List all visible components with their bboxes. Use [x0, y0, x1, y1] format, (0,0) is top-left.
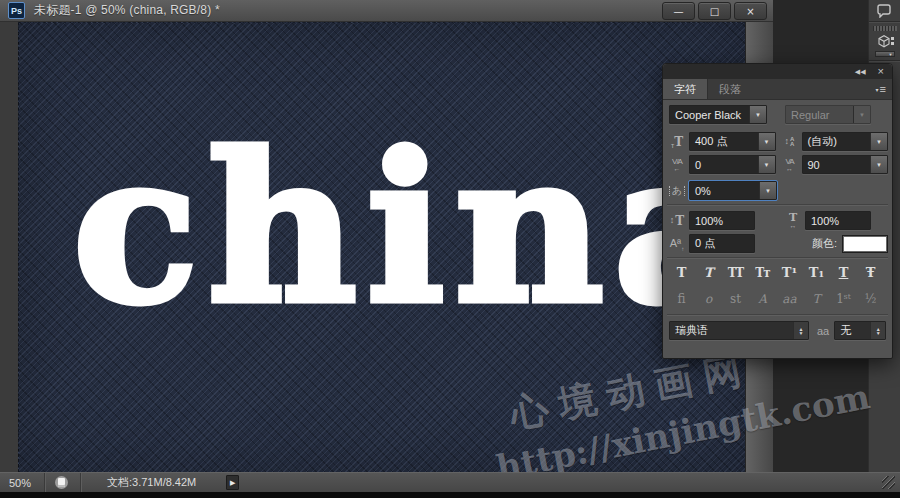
tsume-icon: あ	[667, 182, 687, 200]
panel-menu-icon[interactable]: ▾≡	[876, 79, 885, 99]
leading-icon: ↕ AA	[780, 133, 800, 151]
zoom-level[interactable]: 50%	[0, 477, 44, 489]
menu-arrow-icon: ▾	[876, 86, 879, 93]
tsume-select[interactable]: 0% ▼	[689, 181, 777, 200]
font-size-select[interactable]: 400 点 ▼	[689, 132, 776, 151]
swash-button[interactable]: A	[750, 290, 775, 308]
discretionary-ligatures-button[interactable]: st	[723, 290, 748, 308]
baseline-shift-field[interactable]: 0 点	[689, 234, 755, 253]
text-color-swatch[interactable]	[842, 235, 888, 253]
window-title: 未标题-1 @ 50% (china, RGB/8) *	[34, 2, 220, 19]
vertical-scale-value: 100%	[695, 215, 723, 227]
document-canvas[interactable]: china	[18, 22, 745, 472]
panel-divider	[667, 204, 888, 206]
panel-divider	[667, 314, 888, 316]
document-status-icon[interactable]	[55, 476, 68, 489]
antialias-select[interactable]: 无 ▲▼	[834, 321, 886, 340]
kerning-icon: V/A←	[667, 156, 687, 174]
tab-paragraph[interactable]: 段落	[708, 79, 752, 99]
dock-divider	[869, 60, 900, 61]
strikethrough-button[interactable]: Ŧ	[858, 264, 883, 282]
photoshop-logo-icon: Ps	[8, 2, 25, 19]
baseline-shift-value: 0 点	[695, 236, 715, 251]
kerning-select[interactable]: 0 ▼	[689, 155, 776, 174]
properties-panel-icon[interactable]	[877, 3, 893, 18]
panel-body: Cooper Black ▼ Regular ▼ ᴛT 400 点 ▼	[663, 100, 892, 348]
titling-alternates-button[interactable]: T	[804, 290, 829, 308]
chevron-down-icon[interactable]: ▼	[870, 156, 887, 173]
tsume-value: 0%	[690, 182, 759, 199]
opentype-buttons-row: fi o st A aa T 1ˢᵗ ½	[667, 290, 888, 308]
font-size-value: 400 点	[690, 133, 758, 150]
dock-mini-dropdown[interactable]: ▼	[875, 51, 895, 57]
chevron-down-icon[interactable]: ▼	[749, 106, 766, 123]
maximize-button[interactable]: □	[698, 2, 731, 20]
window-controls: — □ ×	[662, 2, 767, 20]
font-size-icon: ᴛT	[667, 133, 687, 151]
close-panel-icon[interactable]: ×	[878, 66, 884, 77]
close-button[interactable]: ×	[734, 2, 767, 20]
language-value: 瑞典语	[670, 322, 793, 339]
kerning-value: 0	[690, 156, 758, 173]
panel-header: ◀◀ ×	[663, 64, 892, 79]
leading-value: (自动)	[803, 133, 871, 150]
superscript-button[interactable]: T¹	[777, 264, 802, 282]
faux-italic-button[interactable]: T	[696, 264, 721, 282]
tab-character[interactable]: 字符	[663, 79, 708, 99]
bottom-edge	[0, 492, 900, 498]
baseline-shift-icon: Aª↑	[667, 235, 687, 253]
horizontal-scale-value: 100%	[811, 215, 839, 227]
chevron-down-icon[interactable]: ▼	[758, 133, 775, 150]
chevron-down-icon: ▼	[853, 106, 870, 123]
contextual-alternates-button[interactable]: o	[696, 290, 721, 308]
font-style-value: Regular	[786, 106, 853, 123]
small-caps-button[interactable]: Tᴛ	[750, 264, 775, 282]
chevron-down-icon[interactable]: ▼	[870, 133, 887, 150]
color-label: 颜色:	[812, 236, 837, 251]
workspace-gutter	[0, 22, 18, 472]
font-family-value: Cooper Black	[670, 106, 749, 123]
resize-grip[interactable]	[882, 476, 895, 489]
tracking-icon: VA↔	[780, 156, 800, 174]
font-style-select: Regular ▼	[785, 105, 871, 124]
faux-bold-button[interactable]: T	[669, 264, 694, 282]
canvas-text-layer[interactable]: china	[73, 121, 745, 336]
dock-drag-handle[interactable]	[873, 26, 897, 31]
chevron-down-icon[interactable]: ▼	[758, 156, 775, 173]
antialias-value: 无	[835, 322, 870, 339]
vertical-scale-icon: ↕T	[667, 212, 687, 230]
horizontal-scale-field[interactable]: 100%	[805, 211, 871, 230]
3d-panel-icon[interactable]	[875, 34, 895, 49]
chevron-down-icon[interactable]: ▼	[759, 182, 776, 199]
spinner-arrows-icon[interactable]: ▲▼	[793, 322, 808, 339]
vertical-scale-field[interactable]: 100%	[689, 211, 755, 230]
horizontal-scale-icon: T↔	[783, 212, 803, 230]
antialias-icon: aa	[817, 325, 829, 337]
leading-select[interactable]: (自动) ▼	[802, 132, 889, 151]
language-select[interactable]: 瑞典语 ▲▼	[669, 321, 809, 340]
all-caps-button[interactable]: TT	[723, 264, 748, 282]
tracking-select[interactable]: 90 ▼	[802, 155, 889, 174]
document-size: 文档:3.71M/8.42M	[107, 475, 196, 490]
ordinals-button[interactable]: 1ˢᵗ	[831, 290, 856, 308]
statusbar-divider	[80, 473, 81, 493]
window-titlebar[interactable]: Ps 未标题-1 @ 50% (china, RGB/8) * — □ ×	[0, 0, 773, 22]
status-expand-button[interactable]: ▶	[226, 475, 239, 490]
statusbar-divider	[44, 473, 45, 493]
spinner-arrows-icon[interactable]: ▲▼	[870, 322, 885, 339]
character-panel: ◀◀ × 字符 段落 ▾≡ Cooper Black ▼ Regular ▼	[662, 63, 893, 359]
ligatures-button[interactable]: fi	[669, 290, 694, 308]
minimize-button[interactable]: —	[662, 2, 695, 20]
collapse-panel-icon[interactable]: ◀◀	[855, 68, 866, 75]
dock-divider	[869, 21, 900, 22]
panel-divider	[667, 257, 888, 259]
panel-tabbar: 字符 段落 ▾≡	[663, 79, 892, 100]
fractions-button[interactable]: ½	[858, 290, 883, 308]
menu-lines-icon: ≡	[880, 83, 885, 95]
stylistic-alternates-button[interactable]: aa	[777, 290, 802, 308]
style-buttons-row: T T TT Tᴛ T¹ T₁ T Ŧ	[667, 264, 888, 282]
tracking-value: 90	[803, 156, 871, 173]
underline-button[interactable]: T	[831, 264, 856, 282]
subscript-button[interactable]: T₁	[804, 264, 829, 282]
font-family-select[interactable]: Cooper Black ▼	[669, 105, 767, 124]
